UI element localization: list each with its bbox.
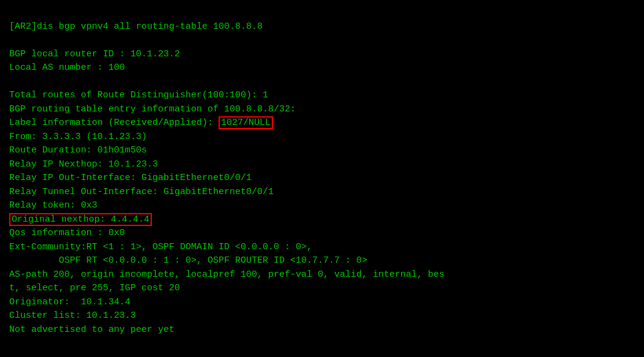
- terminal-line-ospf-rt: OSPF RT <0.0.0.0 : 1 : 0>, OSPF ROUTER I…: [9, 254, 635, 268]
- terminal-line-not-advertised: Not advertised to any peer yet: [9, 323, 635, 337]
- terminal-line-as-path: AS-path 200, origin incomplete, localpre…: [9, 268, 635, 282]
- terminal-line-from: From: 3.3.3.3 (10.1.23.3): [9, 130, 635, 145]
- terminal-line-qos-info: Qos information : 0x0: [9, 227, 635, 241]
- terminal-line-routing-entry: BGP routing table entry information of 1…: [9, 103, 635, 117]
- terminal-line-route-duration: Route Duration: 01h01m50s: [9, 144, 635, 158]
- original-nexthop-highlight-box: Original nexthop: 4.4.4.4: [9, 213, 152, 226]
- terminal-line-original-nexthop: Original nexthop: 4.4.4.4: [9, 213, 635, 227]
- terminal-line-label-info: Label information (Received/Applied): 10…: [9, 116, 635, 130]
- terminal-line-relay-ip-nexthop: Relay IP Nexthop: 10.1.23.3: [9, 158, 635, 172]
- terminal-line-cluster-list: Cluster list: 10.1.23.3: [9, 309, 635, 323]
- terminal-line-bgp-id: BGP local router ID : 10.1.23.2: [9, 48, 635, 62]
- terminal-line-relay-ip-out: Relay IP Out-Interface: GigabitEthernet0…: [9, 171, 635, 186]
- terminal-line-relay-tunnel-out: Relay Tunnel Out-Interface: GigabitEther…: [9, 186, 635, 200]
- blank-line-4: [9, 75, 635, 89]
- terminal-line-originator: Originator: 10.1.34.4: [9, 296, 635, 310]
- terminal-line-relay-token: Relay token: 0x3: [9, 199, 635, 213]
- terminal-line-ext-community: Ext-Community:RT <1 : 1>, OSPF DOMAIN ID…: [9, 241, 635, 255]
- label-highlight-box: 1027/NULL: [219, 116, 273, 129]
- terminal-line-total-routes: Total routes of Route Distinguisher(100:…: [9, 89, 635, 103]
- terminal-line-local-as: Local AS number : 100: [9, 61, 635, 75]
- terminal-output: [AR2]dis bgp vpnv4 all routing-table 100…: [9, 6, 635, 337]
- terminal-line-t-select: t, select, pre 255, IGP cost 20: [9, 282, 635, 296]
- blank-line-1: [9, 34, 635, 48]
- terminal-line-cmd: [AR2]dis bgp vpnv4 all routing-table 100…: [9, 20, 635, 34]
